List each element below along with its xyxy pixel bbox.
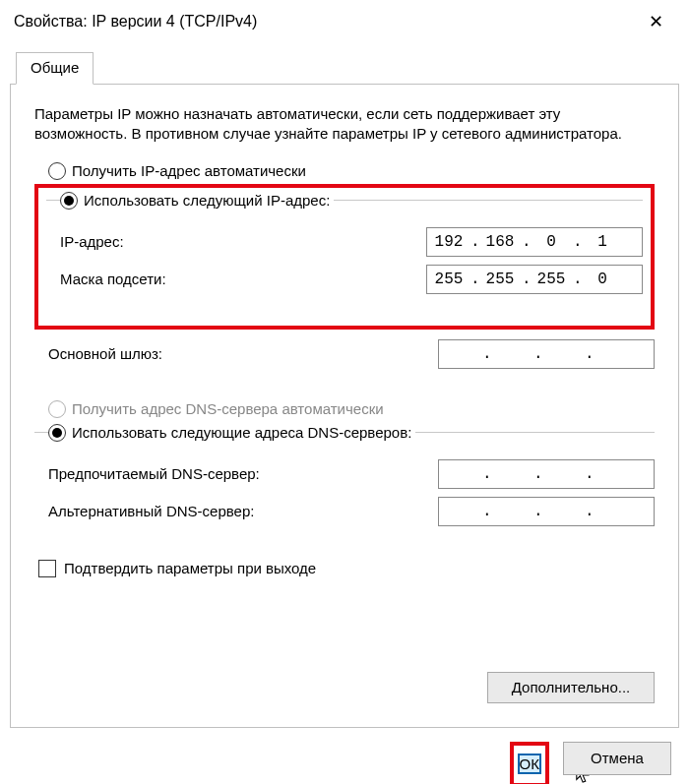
field-gateway: Основной шлюз: . . .: [48, 339, 655, 369]
ok-button-label: ОК: [520, 755, 539, 772]
ip-octet[interactable]: 192: [427, 233, 470, 251]
ip-octet[interactable]: 0: [530, 233, 573, 251]
validate-checkbox-row[interactable]: Подтвердить параметры при выходе: [38, 560, 655, 577]
tab-general[interactable]: Общие: [16, 52, 94, 85]
radio-icon: [48, 424, 66, 442]
ip-octet[interactable]: 1: [581, 233, 624, 251]
ip-octet[interactable]: 0: [581, 271, 624, 288]
ip-octet[interactable]: 255: [478, 271, 522, 288]
radio-dns-manual[interactable]: Использовать следующие адреса DNS-сервер…: [48, 424, 411, 442]
ip-octet[interactable]: 255: [530, 271, 573, 288]
cancel-button[interactable]: Отмена: [563, 742, 671, 775]
field-dns-alternate: Альтернативный DNS-сервер: . . .: [48, 497, 655, 526]
radio-dns-auto-label: Получить адрес DNS-сервера автоматически: [72, 400, 384, 417]
tab-strip: Общие: [10, 51, 679, 85]
field-ip-address: IP-адрес: 192. 168. 0. 1: [60, 227, 643, 257]
ip-manual-highlight: Использовать следующий IP-адрес: IP-адре…: [34, 184, 655, 330]
ip-address-input[interactable]: 192. 168. 0. 1: [426, 227, 643, 257]
dialog-buttons: ОК Отмена: [0, 728, 689, 784]
radio-ip-manual[interactable]: Использовать следующий IP-адрес:: [60, 192, 330, 210]
ip-octet[interactable]: 168: [478, 233, 522, 251]
subnet-mask-label: Маска подсети:: [60, 271, 426, 287]
gateway-input[interactable]: . . .: [438, 339, 655, 369]
field-dns-preferred: Предпочитаемый DNS-сервер: . . .: [48, 459, 655, 489]
dns-preferred-label: Предпочитаемый DNS-сервер:: [48, 465, 438, 482]
validate-checkbox-label: Подтвердить параметры при выходе: [64, 560, 316, 576]
radio-icon: [60, 192, 78, 210]
radio-ip-auto[interactable]: Получить IP-адрес автоматически: [48, 162, 655, 180]
radio-dns-manual-label: Использовать следующие адреса DNS-сервер…: [72, 424, 411, 441]
radio-ip-manual-label: Использовать следующий IP-адрес:: [84, 192, 330, 209]
checkbox-icon[interactable]: [38, 560, 56, 577]
radio-icon: [48, 162, 66, 180]
ip-octet[interactable]: 255: [427, 271, 470, 288]
radio-icon: [48, 400, 66, 418]
radio-dns-auto: Получить адрес DNS-сервера автоматически: [48, 400, 655, 418]
intro-text: Параметры IP можно назначать автоматичес…: [34, 104, 655, 145]
dns-preferred-input[interactable]: . . .: [438, 459, 655, 489]
dns-alternate-label: Альтернативный DNS-сервер:: [48, 503, 438, 519]
general-panel: Параметры IP можно назначать автоматичес…: [10, 85, 679, 728]
ok-button[interactable]: ОК: [518, 754, 541, 774]
dns-alternate-input[interactable]: . . .: [438, 497, 655, 526]
dns-manual-group: Использовать следующие адреса DNS-сервер…: [34, 424, 655, 534]
advanced-button[interactable]: Дополнительно...: [487, 672, 655, 703]
gateway-label: Основной шлюз:: [48, 345, 438, 362]
ip-address-label: IP-адрес:: [60, 233, 426, 250]
close-icon[interactable]: ✕: [636, 7, 675, 36]
title-bar: Свойства: IP версии 4 (TCP/IPv4) ✕: [0, 0, 689, 41]
window-title: Свойства: IP версии 4 (TCP/IPv4): [14, 13, 257, 30]
field-subnet-mask: Маска подсети: 255. 255. 255. 0: [60, 265, 643, 294]
subnet-mask-input[interactable]: 255. 255. 255. 0: [426, 265, 643, 294]
radio-ip-auto-label: Получить IP-адрес автоматически: [72, 162, 306, 179]
ip-manual-group: Использовать следующий IP-адрес: IP-адре…: [46, 192, 643, 302]
ok-highlight: ОК: [510, 742, 549, 784]
